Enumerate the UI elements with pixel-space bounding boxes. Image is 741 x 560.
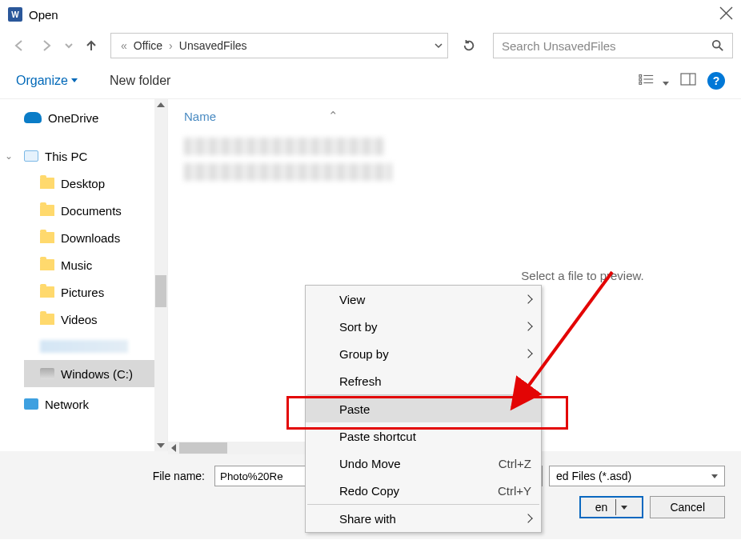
breadcrumb-item[interactable]: Office: [134, 39, 162, 52]
sidebar-item-drive-c[interactable]: Windows (C:): [24, 360, 167, 387]
refresh-button[interactable]: [456, 33, 482, 58]
new-folder-button[interactable]: New folder: [110, 74, 170, 88]
menu-shortcut: Ctrl+Z: [499, 457, 531, 470]
svg-rect-4: [639, 75, 642, 78]
sidebar-item-videos[interactable]: Videos: [24, 306, 167, 333]
refresh-icon: [463, 39, 475, 52]
chevron-down-icon: [435, 42, 443, 50]
sidebar-item-redacted[interactable]: [24, 333, 167, 360]
chevron-right-icon: ›: [169, 39, 173, 52]
menu-item-paste[interactable]: Paste: [306, 395, 541, 422]
file-item-redacted[interactable]: [184, 138, 384, 155]
scroll-up-icon[interactable]: [157, 102, 165, 107]
open-button-label: en: [595, 501, 608, 514]
sidebar-scrollbar[interactable]: [154, 99, 167, 451]
address-dropdown[interactable]: [435, 39, 443, 52]
menu-item-label: Undo Move: [339, 457, 401, 470]
sidebar-item-desktop[interactable]: Desktop: [24, 170, 167, 197]
file-item-redacted[interactable]: [184, 163, 392, 181]
search-box[interactable]: [493, 33, 733, 58]
folder-icon: [40, 205, 54, 216]
expand-icon[interactable]: ⌄: [5, 150, 13, 162]
sidebar-item-pictures[interactable]: Pictures: [24, 278, 167, 306]
svg-point-2: [713, 41, 720, 48]
submenu-arrow-icon: [523, 349, 532, 358]
sidebar-item-thispc[interactable]: ⌄This PC: [24, 142, 167, 170]
folder-icon: [40, 232, 54, 243]
svg-rect-10: [681, 74, 695, 85]
column-header-label: Name: [184, 110, 216, 123]
nav-forward-button[interactable]: [35, 34, 58, 57]
scroll-left-icon[interactable]: [171, 444, 176, 452]
arrow-left-icon: [12, 38, 26, 53]
svg-rect-5: [639, 78, 642, 81]
svg-rect-6: [639, 82, 642, 85]
address-bar[interactable]: « Office › UnsavedFiles: [110, 33, 448, 58]
sidebar-item-documents[interactable]: Documents: [24, 197, 167, 224]
arrow-up-icon: [84, 38, 98, 53]
menu-item-label: Share with: [339, 512, 396, 526]
arrow-right-icon: [39, 38, 54, 53]
close-button[interactable]: [719, 6, 733, 22]
caret-down-icon: [663, 82, 669, 86]
chevron-down-icon: [65, 42, 73, 50]
sidebar-item-label: Videos: [61, 313, 98, 326]
menu-item-paste-shortcut[interactable]: Paste shortcut: [306, 422, 541, 450]
menu-item-redo-copy[interactable]: Redo CopyCtrl+Y: [306, 477, 541, 504]
nav-recent-dropdown[interactable]: [62, 34, 75, 57]
help-button[interactable]: ?: [707, 72, 725, 90]
file-name-label: File name:: [153, 470, 205, 482]
sidebar-item-network[interactable]: Network: [24, 390, 167, 418]
menu-item-share-with[interactable]: Share with: [306, 505, 541, 532]
sidebar: OneDrive ⌄This PC Desktop Documents Down…: [0, 99, 168, 451]
preview-pane-button[interactable]: [680, 73, 696, 88]
onedrive-icon: [24, 112, 42, 123]
file-type-filter[interactable]: ed Files (*.asd): [549, 466, 725, 486]
menu-item-label: Redo Copy: [339, 484, 399, 498]
list-view-icon: [639, 73, 655, 86]
nav-back-button[interactable]: [8, 34, 30, 57]
sidebar-item-downloads[interactable]: Downloads: [24, 224, 167, 251]
caret-down-icon: [71, 78, 78, 82]
breadcrumb-item[interactable]: UnsavedFiles: [179, 39, 247, 52]
search-icon: [711, 39, 724, 52]
svg-line-3: [719, 47, 723, 50]
menu-item-label: Paste shortcut: [339, 430, 416, 443]
organize-button[interactable]: Organize: [16, 74, 78, 88]
menu-item-group-by[interactable]: Group by: [306, 340, 541, 367]
column-header-name[interactable]: Name ⌃: [184, 107, 408, 125]
drive-icon: [40, 368, 54, 379]
menu-item-undo-move[interactable]: Undo MoveCtrl+Z: [306, 450, 541, 477]
navigation-row: « Office › UnsavedFiles: [0, 29, 741, 62]
breadcrumb-prefix: «: [121, 39, 127, 52]
open-dropdown[interactable]: [615, 499, 627, 515]
sidebar-item-onedrive[interactable]: OneDrive: [24, 104, 167, 131]
title-bar: W Open: [0, 0, 741, 29]
sidebar-item-label: Pictures: [61, 286, 104, 299]
context-menu: View Sort by Group by Refresh Paste Past…: [305, 285, 542, 533]
menu-item-sort-by[interactable]: Sort by: [306, 313, 541, 340]
menu-item-label: Group by: [339, 347, 389, 361]
sidebar-item-label: OneDrive: [48, 111, 98, 125]
scrollbar-thumb[interactable]: [179, 442, 227, 454]
folder-icon: [40, 286, 54, 298]
sidebar-item-label: Documents: [61, 204, 122, 218]
menu-item-view[interactable]: View: [306, 286, 541, 313]
scroll-down-icon[interactable]: [157, 443, 165, 448]
toolbar: Organize New folder ?: [0, 62, 741, 99]
search-input[interactable]: [502, 39, 711, 53]
nav-up-button[interactable]: [80, 34, 102, 57]
pc-icon: [24, 150, 38, 162]
sidebar-item-music[interactable]: Music: [24, 251, 167, 278]
caret-down-icon: [621, 506, 627, 510]
menu-shortcut: Ctrl+Y: [498, 484, 531, 498]
menu-item-refresh[interactable]: Refresh: [306, 367, 541, 394]
submenu-arrow-icon: [523, 294, 532, 303]
scrollbar-thumb[interactable]: [155, 275, 166, 307]
sidebar-item-label: Desktop: [61, 177, 105, 190]
cancel-button[interactable]: Cancel: [650, 496, 725, 518]
close-icon: [719, 6, 733, 20]
view-options-button[interactable]: [639, 73, 669, 88]
sidebar-item-label: Windows (C:): [61, 367, 133, 381]
open-button[interactable]: en: [579, 496, 644, 518]
